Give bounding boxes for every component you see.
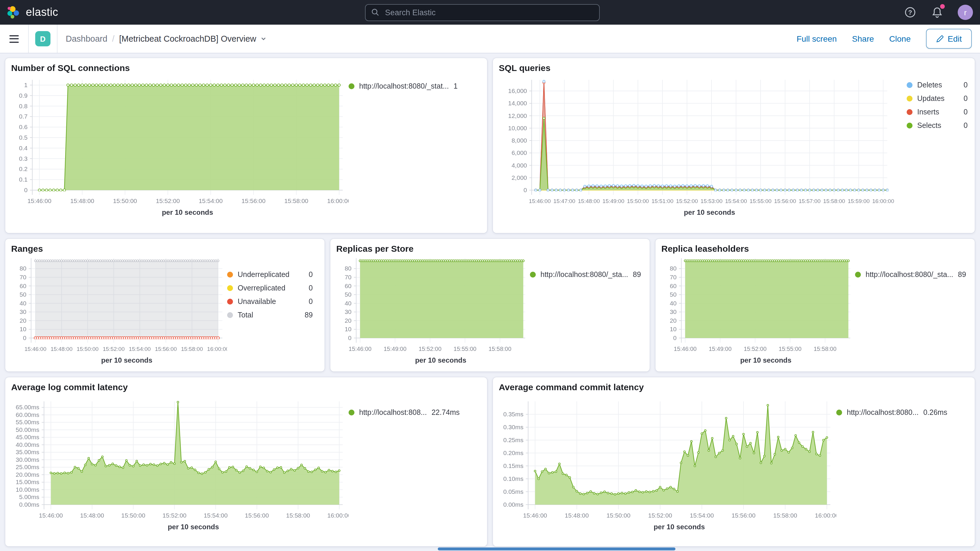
svg-text:50.00ms: 50.00ms — [16, 426, 39, 433]
svg-text:50: 50 — [20, 291, 26, 298]
svg-text:15:48:00: 15:48:00 — [51, 346, 73, 352]
space-badge[interactable]: D — [35, 31, 51, 46]
menu-button[interactable] — [0, 25, 29, 53]
legend-label: Inserts — [917, 108, 939, 116]
svg-text:0.25ms: 0.25ms — [503, 436, 523, 443]
legend-value: 0 — [309, 271, 313, 279]
legend-label: Updates — [917, 94, 945, 103]
clone-button[interactable]: Clone — [889, 34, 911, 43]
svg-text:15:52:00: 15:52:00 — [103, 346, 125, 352]
svg-text:15:46:00: 15:46:00 — [348, 346, 371, 352]
panel-title: Number of SQL connections — [11, 63, 482, 73]
ranges-chart[interactable]: 8070605040302010015:46:0015:48:0015:50:0… — [11, 255, 227, 367]
edit-button[interactable]: Edit — [926, 29, 972, 49]
svg-text:15:58:00: 15:58:00 — [284, 197, 309, 204]
search-input[interactable] — [384, 7, 593, 17]
svg-text:per 10 seconds: per 10 seconds — [162, 208, 213, 216]
share-button[interactable]: Share — [852, 34, 874, 43]
svg-text:15:52:00: 15:52:00 — [648, 512, 672, 519]
svg-text:15:56:00: 15:56:00 — [774, 198, 796, 204]
svg-text:per 10 seconds: per 10 seconds — [415, 356, 466, 364]
legend-item[interactable]: Unavailable0 — [227, 298, 313, 306]
svg-text:15:49:00: 15:49:00 — [383, 346, 406, 352]
svg-text:30: 30 — [345, 308, 352, 315]
svg-text:65.00ms: 65.00ms — [16, 404, 39, 411]
legend-item[interactable]: http://localhost:8080/_stat...1 — [348, 82, 458, 90]
svg-text:14,000: 14,000 — [508, 100, 527, 107]
svg-text:0: 0 — [24, 186, 27, 193]
panel-replicas-per-store: Replicas per Store 8070605040302010015:4… — [330, 239, 650, 371]
svg-text:15:49:00: 15:49:00 — [602, 198, 624, 204]
legend-swatch — [348, 83, 355, 89]
legend-value: 0.26ms — [923, 408, 947, 417]
legend-label: Unavailable — [238, 298, 276, 306]
horizontal-scrollbar[interactable] — [438, 548, 675, 550]
svg-text:2,000: 2,000 — [511, 174, 527, 181]
panel-title: Average log commit latency — [11, 382, 482, 392]
panel-title: Replica leaseholders — [661, 244, 970, 253]
svg-text:0.20ms: 0.20ms — [503, 449, 523, 456]
legend-value: 0 — [964, 81, 968, 89]
legend-item[interactable]: Underreplicated0 — [227, 271, 313, 279]
legend-item[interactable]: http://localhost:8080/_sta...89 — [855, 271, 966, 279]
avg-log-commit-latency-chart[interactable]: 65.00ms60.00ms55.00ms50.00ms45.00ms40.00… — [11, 393, 348, 540]
elastic-logo[interactable]: elastic — [7, 5, 135, 19]
legend-item[interactable]: Deletes0 — [907, 81, 968, 89]
replicas-per-store-chart[interactable]: 8070605040302010015:46:0015:49:0015:52:0… — [336, 255, 530, 367]
chart-legend: Deletes0Updates0Inserts0Selects0 — [907, 81, 968, 130]
svg-text:6,000: 6,000 — [511, 149, 527, 156]
replica-leaseholders-chart[interactable]: 8070605040302010015:46:0015:49:0015:52:0… — [661, 255, 855, 367]
legend-item[interactable]: Inserts0 — [907, 108, 968, 116]
top-header: elastic ? r — [0, 0, 980, 25]
avg-command-commit-latency-chart[interactable]: 0.35ms0.30ms0.25ms0.20ms0.15ms0.10ms0.05… — [499, 393, 836, 540]
legend-value: 1 — [453, 82, 458, 90]
full-screen-button[interactable]: Full screen — [797, 34, 837, 43]
legend-swatch — [227, 272, 233, 277]
svg-text:15:54:00: 15:54:00 — [725, 198, 747, 204]
chart-legend: http://localhost:8080...0.26ms — [836, 408, 947, 417]
svg-text:16:00:00: 16:00:00 — [872, 198, 894, 204]
svg-text:15:48:00: 15:48:00 — [578, 198, 600, 204]
svg-text:0.9: 0.9 — [19, 92, 27, 99]
svg-text:15:56:00: 15:56:00 — [155, 346, 177, 352]
legend-item[interactable]: Updates0 — [907, 94, 968, 103]
svg-text:15:58:00: 15:58:00 — [181, 346, 203, 352]
legend-label: Total — [238, 311, 253, 319]
svg-text:15:54:00: 15:54:00 — [129, 346, 151, 352]
help-menu-button[interactable]: ? — [904, 6, 916, 19]
legend-item[interactable]: http://localhost:8080...0.26ms — [836, 408, 947, 417]
svg-text:80: 80 — [670, 265, 677, 272]
legend-value: 0 — [309, 284, 313, 292]
notifications-button[interactable] — [931, 6, 943, 19]
page-title[interactable]: [Metricbeat CockroachDB] Overview — [119, 34, 267, 43]
svg-text:15:52:00: 15:52:00 — [744, 346, 767, 352]
legend-item[interactable]: http://localhost:808...22.74ms — [348, 408, 460, 417]
svg-text:60: 60 — [670, 283, 677, 289]
user-avatar[interactable]: r — [958, 5, 973, 20]
svg-text:40: 40 — [20, 300, 26, 307]
svg-text:15:50:00: 15:50:00 — [113, 197, 137, 204]
notification-dot — [940, 4, 945, 9]
svg-text:15:46:00: 15:46:00 — [27, 197, 51, 204]
svg-text:80: 80 — [20, 265, 26, 272]
legend-swatch — [530, 272, 536, 277]
legend-item[interactable]: Selects0 — [907, 121, 968, 130]
legend-item[interactable]: Total89 — [227, 311, 313, 319]
chart-legend: Underreplicated0Overreplicated0Unavailab… — [227, 271, 313, 319]
legend-item[interactable]: Overreplicated0 — [227, 284, 313, 292]
help-icon: ? — [904, 6, 916, 18]
legend-item[interactable]: http://localhost:8080/_sta...89 — [530, 271, 641, 279]
svg-text:15:46:00: 15:46:00 — [674, 346, 697, 352]
svg-text:10.00ms: 10.00ms — [16, 486, 39, 493]
breadcrumb-dashboard[interactable]: Dashboard — [66, 34, 107, 43]
sql-connections-chart[interactable]: 10.90.80.70.60.50.40.30.20.1015:46:0015:… — [11, 74, 348, 224]
legend-swatch — [227, 285, 233, 291]
legend-swatch — [836, 409, 842, 416]
svg-text:15:46:00: 15:46:00 — [529, 198, 551, 204]
edit-button-label: Edit — [948, 34, 962, 43]
svg-text:70: 70 — [345, 274, 352, 280]
svg-text:0.4: 0.4 — [19, 145, 28, 151]
global-search[interactable] — [365, 4, 600, 21]
sql-queries-chart[interactable]: 16,00014,00012,00010,0008,0006,0004,0002… — [499, 74, 907, 224]
svg-text:0.35ms: 0.35ms — [503, 411, 523, 417]
